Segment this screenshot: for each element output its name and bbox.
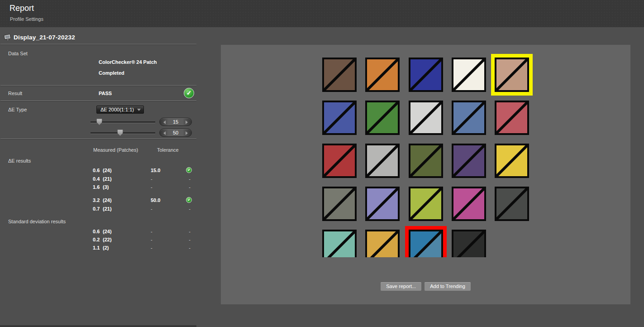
patch-swatch — [453, 231, 484, 257]
profile-title: Display_21-07-20232 — [14, 34, 75, 41]
row-tolerance: - — [151, 176, 153, 182]
color-patch-12[interactable] — [365, 144, 400, 178]
spinner-right-arrow-icon[interactable] — [186, 120, 188, 124]
color-patch-23[interactable] — [409, 230, 443, 257]
row-value: 0.6 — [93, 168, 103, 173]
result-label: Result — [8, 91, 22, 96]
max-threshold-value: 50 — [173, 130, 178, 135]
row-tolerance: 15.0 — [151, 168, 160, 173]
color-patch-18[interactable] — [409, 187, 443, 221]
patch-swatch — [367, 102, 398, 133]
page-title: Report — [10, 4, 34, 13]
de-type-selected: ΔE 2000(1:1:1) — [100, 107, 134, 112]
divider — [0, 44, 196, 44]
row-count: (21) — [103, 176, 112, 182]
color-patch-5[interactable] — [495, 58, 529, 92]
row-count: (21) — [103, 206, 112, 212]
avg-threshold-slider-thumb[interactable] — [96, 119, 102, 125]
pass-check-icon: ✓ — [186, 167, 192, 173]
top-bar: Report Profile Settings — [0, 0, 644, 27]
patch-swatch — [324, 145, 355, 176]
row-value: 3.2 — [93, 197, 103, 203]
patch-swatch — [496, 145, 527, 176]
row-count: (24) — [103, 168, 112, 173]
max-threshold-slider[interactable] — [91, 132, 155, 134]
patch-report-panel: Save report... Add to Trending — [221, 45, 630, 304]
row-status: - — [186, 229, 194, 234]
color-patch-24[interactable] — [452, 230, 486, 257]
col-header-tolerance: Tolerance — [157, 147, 179, 153]
dropdown-arrow-icon — [137, 109, 141, 111]
color-patch-16[interactable] — [322, 187, 357, 221]
measurement-value: Completed — [99, 70, 124, 76]
patch-swatch — [410, 231, 441, 257]
patch-swatch — [453, 188, 484, 219]
color-patch-7[interactable] — [365, 101, 400, 135]
avg-threshold-spinner[interactable]: 15 — [159, 118, 192, 126]
color-patch-11[interactable] — [322, 144, 357, 178]
de-type-dropdown[interactable]: ΔE 2000(1:1:1) — [96, 106, 144, 114]
row-value: 0.2 — [93, 237, 103, 242]
pass-check-icon: ✓ — [184, 88, 194, 98]
row-count: (22) — [103, 237, 112, 242]
row-value: 0.4 — [93, 176, 103, 182]
add-to-trending-button[interactable]: Add to Trending — [425, 282, 471, 291]
color-patch-17[interactable] — [365, 187, 400, 221]
patch-swatch — [496, 188, 527, 219]
color-patch-6[interactable] — [322, 101, 357, 135]
color-patch-20[interactable] — [495, 187, 529, 221]
patch-swatch — [410, 188, 441, 219]
color-patch-3[interactable] — [409, 58, 443, 92]
row-value: 1.6 — [93, 184, 103, 190]
patch-grid-viewport[interactable] — [221, 45, 630, 257]
spinner-left-arrow-icon[interactable] — [163, 131, 166, 135]
divider — [0, 101, 196, 101]
patch-swatch — [367, 231, 398, 257]
patch-swatch — [367, 145, 398, 176]
row-count: (3) — [103, 184, 109, 190]
color-patch-1[interactable] — [322, 58, 357, 92]
color-patch-9[interactable] — [452, 101, 486, 135]
patch-swatch — [324, 102, 355, 133]
color-patch-8[interactable] — [409, 101, 443, 135]
patch-swatch — [496, 102, 527, 133]
max-threshold-slider-thumb[interactable] — [117, 130, 123, 136]
row-tolerance: - — [151, 206, 153, 212]
panel-actions: Save report... Add to Trending — [221, 282, 630, 291]
color-patch-21[interactable] — [322, 230, 357, 257]
divider — [0, 85, 196, 86]
patch-swatch — [453, 59, 484, 90]
row-status: - — [186, 176, 194, 182]
row-tolerance: - — [151, 245, 153, 250]
color-patch-2[interactable] — [365, 58, 400, 92]
spinner-right-arrow-icon[interactable] — [186, 131, 188, 135]
row-count: (24) — [103, 229, 112, 234]
color-patch-22[interactable] — [365, 230, 400, 257]
patch-swatch — [410, 59, 441, 90]
pass-check-icon: ✓ — [186, 197, 192, 203]
row-status: - — [186, 237, 194, 242]
row-status: - — [186, 206, 194, 212]
row-count: (2) — [103, 245, 109, 250]
color-patch-10[interactable] — [495, 101, 529, 135]
patch-swatch — [453, 102, 484, 133]
patch-swatch — [367, 59, 398, 90]
bottom-bar — [0, 325, 196, 327]
monitor-icon — [4, 34, 12, 41]
max-threshold-spinner[interactable]: 50 — [159, 129, 192, 137]
color-patch-4[interactable] — [452, 58, 486, 92]
patch-swatch — [324, 59, 355, 90]
row-tolerance: - — [151, 237, 153, 242]
row-tolerance: 50.0 — [151, 197, 160, 203]
save-report-button[interactable]: Save report... — [381, 282, 421, 291]
spinner-left-arrow-icon[interactable] — [163, 120, 166, 124]
color-patch-15[interactable] — [495, 144, 529, 178]
patch-swatch — [453, 145, 484, 176]
color-patch-19[interactable] — [452, 187, 486, 221]
color-patch-13[interactable] — [409, 144, 443, 178]
row-tolerance: - — [151, 229, 153, 234]
color-patch-14[interactable] — [452, 144, 486, 178]
patch-swatch — [410, 102, 441, 133]
row-value: 0.6 — [93, 229, 103, 234]
reference-value: ColorChecker® 24 Patch — [99, 59, 157, 65]
